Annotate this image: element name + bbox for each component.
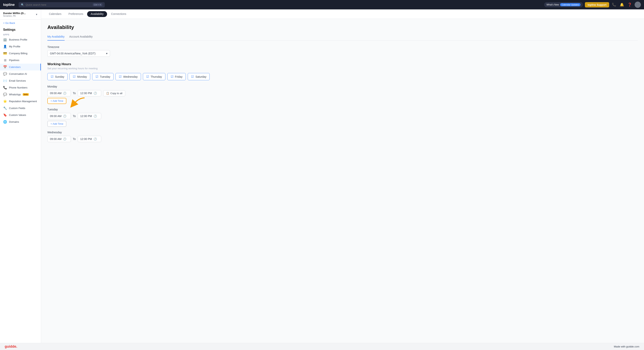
calendar-updates-badge: Calendar Updates (560, 3, 580, 6)
monday-add-time-button[interactable]: + Add Time (47, 98, 66, 104)
clock-icon: 🕐 (94, 114, 97, 118)
phone-icon[interactable]: 📞 (611, 2, 617, 8)
wednesday-start-time[interactable]: 09:00 AM 🕐 (47, 136, 71, 142)
copy-to-all-label: Copy to all (110, 92, 122, 95)
wednesday-end-time[interactable]: 12:00 PM 🕐 (78, 136, 101, 142)
go-back-link[interactable]: < Go Back (0, 20, 41, 26)
billing-icon: 💳 (3, 52, 7, 55)
sidebar-item-phone-numbers[interactable]: 📞 Phone Numbers (0, 84, 41, 91)
to-label-monday: To (73, 92, 76, 95)
page-title: Availability (47, 24, 638, 30)
made-with-label: Made with guidde.com (614, 345, 639, 348)
beta-badge: beta (23, 93, 29, 96)
monday-end-value: 12:00 PM (80, 92, 92, 95)
workspace-name: Dunder Mifflin (D... (3, 12, 26, 15)
clock-icon: 🕐 (63, 92, 66, 95)
sidebar-item-company-billing[interactable]: 💳 Company Billing (0, 50, 41, 57)
sub-tab-my-availability[interactable]: My Availability (47, 35, 64, 40)
day-checkbox-saturday[interactable]: ☑ Saturday (188, 73, 210, 80)
tuesday-start-time[interactable]: 09:00 AM 🕐 (47, 113, 71, 119)
day-section-tuesday: Tuesday 09:00 AM 🕐 To 12:00 PM 🕐 + Add T… (47, 108, 638, 127)
day-label-monday: Monday (77, 75, 87, 78)
working-hours-section: Working Hours Set your recurring working… (47, 62, 638, 142)
monday-start-time[interactable]: 09:00 AM 🕐 (47, 90, 71, 96)
page-content: Availability My Availability Account Ava… (41, 19, 644, 350)
sidebar-item-label: Company Billing (9, 52, 28, 55)
sidebar-item-label: Email Services (9, 79, 26, 82)
workspace-location: Scranton, PA (3, 15, 26, 17)
checkbox-icon-saturday: ☑ (191, 75, 194, 78)
help-icon[interactable]: ❓ (627, 2, 633, 8)
day-label-friday: Friday (175, 75, 183, 78)
app-logo: topline (3, 3, 15, 7)
sub-tabs: My Availability Account Availability (47, 35, 638, 41)
sidebar-item-reputation-management[interactable]: ⭐ Reputation Management (0, 98, 41, 105)
tuesday-add-time-button[interactable]: + Add Time (47, 121, 66, 127)
sidebar-item-label: Calendars (9, 66, 20, 68)
day-label-sunday: Sunday (55, 75, 64, 78)
sidebar-item-pipelines[interactable]: ⊞ Pipelines (0, 57, 41, 64)
day-label-monday-row: Monday (47, 85, 638, 88)
sidebar-item-custom-fields[interactable]: 🔧 Custom Fields (0, 105, 41, 112)
checkbox-icon-sunday: ☑ (51, 75, 54, 78)
checkbox-icon-thursday: ☑ (146, 75, 149, 78)
whatsapp-icon: 💬 (3, 92, 7, 96)
sidebar-item-email-services[interactable]: ✉️ Email Services (0, 77, 41, 84)
settings-title: Settings (0, 26, 41, 32)
sidebar-item-domains[interactable]: 🌐 Domains (0, 118, 41, 125)
copy-to-all-button[interactable]: 📋 Copy to all (103, 90, 125, 96)
phone-numbers-icon: 📞 (3, 86, 7, 90)
sidebar-item-calendars[interactable]: 📅 Calendars (0, 64, 41, 70)
sidebar-item-custom-values[interactable]: 🔖 Custom Values (0, 112, 41, 118)
tab-calendars[interactable]: Calendars (46, 10, 64, 18)
avatar[interactable] (634, 2, 641, 8)
search-input[interactable] (26, 3, 91, 6)
monday-start-value: 09:00 AM (50, 92, 62, 95)
search-shortcut: Ctrl + K (93, 3, 102, 6)
top-navigation: topline 🔍 Ctrl + K What's New Calendar U… (0, 0, 644, 10)
monday-end-time[interactable]: 12:00 PM 🕐 (78, 90, 101, 96)
timezone-select[interactable]: GMT-04:00 America/New_York (EDT) ▾ (47, 50, 110, 57)
tab-availability[interactable]: Availability (87, 11, 107, 17)
whats-new-button[interactable]: What's New Calendar Updates (544, 2, 583, 7)
search-icon: 🔍 (21, 3, 24, 6)
day-checkbox-friday[interactable]: ☑ Friday (167, 73, 186, 80)
app-layout: Dunder Mifflin (D... Scranton, PA ▼ < Go… (0, 10, 644, 350)
sidebar-section-apps: Apps (0, 32, 41, 36)
wednesday-time-row: 09:00 AM 🕐 To 12:00 PM 🕐 (47, 136, 638, 142)
tab-preferences[interactable]: Preferences (66, 10, 86, 18)
sidebar-item-whatsapp[interactable]: 💬 WhatsApp beta (0, 91, 41, 98)
day-section-monday: Monday 09:00 AM 🕐 To 12:00 PM 🕐 📋 (47, 85, 638, 104)
sidebar-item-label: Business Profile (9, 38, 27, 41)
main-content: Calendars Preferences Availability Conne… (41, 10, 644, 350)
whats-new-label: What's New (546, 3, 559, 6)
calendars-icon: 📅 (3, 65, 7, 69)
business-profile-icon: 🏢 (3, 38, 7, 42)
sidebar-item-my-profile[interactable]: 👤 My Profile (0, 43, 41, 50)
support-button[interactable]: topline Support (585, 2, 609, 8)
bell-icon[interactable]: 🔔 (619, 2, 625, 8)
guidde-logo: guidde. (5, 344, 17, 349)
day-checkbox-wednesday[interactable]: ☑ Wednesday (116, 73, 141, 80)
day-checkbox-thursday[interactable]: ☑ Thursday (143, 73, 165, 80)
custom-values-icon: 🔖 (3, 113, 7, 117)
workspace-selector[interactable]: Dunder Mifflin (D... Scranton, PA ▼ (0, 10, 41, 20)
day-checkbox-tuesday[interactable]: ☑ Tuesday (92, 73, 114, 80)
sidebar-item-label: Reputation Management (9, 100, 37, 103)
day-label-saturday: Saturday (195, 75, 206, 78)
chevron-down-icon: ▾ (106, 52, 108, 55)
sidebar-item-label: Phone Numbers (9, 86, 28, 89)
sub-tab-account-availability[interactable]: Account Availability (69, 35, 93, 40)
day-checkbox-monday[interactable]: ☑ Monday (70, 73, 90, 80)
sidebar-item-conversation-ai[interactable]: 💬 Conversation AI (0, 70, 41, 77)
tuesday-end-time[interactable]: 12:00 PM 🕐 (78, 113, 101, 119)
day-label-wednesday-row: Wednesday (47, 131, 638, 134)
checkbox-icon-wednesday: ☑ (119, 75, 122, 78)
clock-icon: 🕐 (94, 138, 97, 140)
sidebar-item-label: Domains (9, 120, 19, 123)
tab-connections[interactable]: Connections (108, 10, 130, 18)
sidebar-item-business-profile[interactable]: 🏢 Business Profile (0, 36, 41, 43)
sidebar-item-label: My Profile (9, 45, 20, 48)
search-bar[interactable]: 🔍 Ctrl + K (18, 2, 105, 8)
day-checkbox-sunday[interactable]: ☑ Sunday (47, 73, 68, 80)
